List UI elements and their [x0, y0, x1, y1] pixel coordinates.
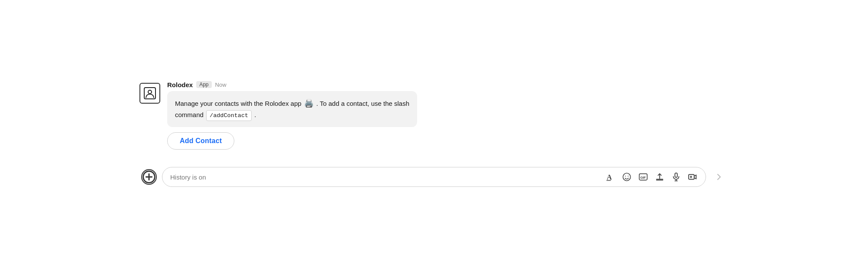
rolodex-emoji: 🖨️: [304, 99, 314, 108]
svg-point-1: [148, 90, 152, 94]
svg-rect-13: [675, 173, 677, 177]
message-body-part1: Manage your contacts with the Rolodex ap…: [175, 100, 301, 107]
slash-command-chip: /addContact: [206, 110, 252, 121]
sender-name: Rolodex: [167, 81, 193, 88]
svg-point-7: [623, 173, 630, 180]
message-header: Rolodex App Now: [167, 81, 729, 88]
message-bubble: Manage your contacts with the Rolodex ap…: [167, 91, 417, 127]
message-body-end: .: [254, 111, 256, 118]
add-contact-button[interactable]: Add Contact: [167, 132, 234, 150]
svg-text:GIF: GIF: [640, 176, 646, 180]
message-row: Rolodex App Now Manage your contacts wit…: [139, 81, 729, 150]
send-button[interactable]: [711, 169, 727, 185]
message-input[interactable]: [170, 173, 600, 181]
message-content: Rolodex App Now Manage your contacts wit…: [167, 81, 729, 150]
add-video-icon[interactable]: [687, 172, 698, 182]
emoji-icon[interactable]: [622, 172, 632, 182]
microphone-icon[interactable]: [671, 172, 681, 182]
upload-icon[interactable]: [654, 172, 665, 182]
message-input-wrapper: A GIF: [162, 167, 706, 187]
text-format-icon[interactable]: A: [605, 172, 615, 182]
input-row: A GIF: [139, 167, 729, 187]
plus-button[interactable]: [141, 169, 157, 185]
app-badge: App: [196, 81, 211, 88]
avatar: [139, 83, 160, 104]
chat-container: Rolodex App Now Manage your contacts wit…: [122, 72, 746, 196]
timestamp: Now: [215, 82, 227, 88]
input-icons: A GIF: [605, 172, 698, 182]
message-body-part2: . To add a contact, use the slash: [316, 100, 409, 107]
gif-icon[interactable]: GIF: [638, 172, 648, 182]
svg-point-9: [628, 176, 628, 176]
message-body-part3: command: [175, 111, 204, 118]
svg-point-8: [625, 176, 626, 176]
